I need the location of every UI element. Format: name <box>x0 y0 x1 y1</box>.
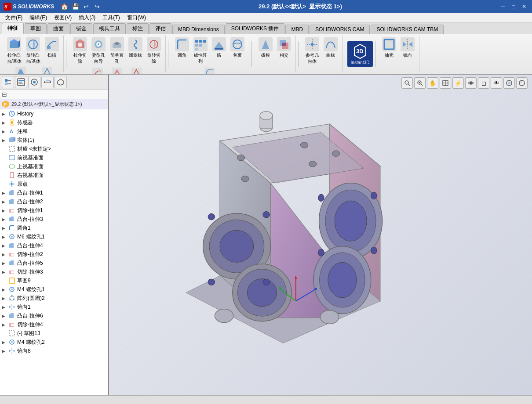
tree-item-sketch9[interactable]: 草图9 <box>0 276 108 285</box>
tree-item-sketch13[interactable]: (-) 草图13 <box>0 329 108 338</box>
tree-item-solid-bodies[interactable]: ▶ 实体(1) <box>0 136 108 144</box>
loft-cut-button[interactable]: 放样切割 <box>108 67 126 74</box>
tab-sheet-metal[interactable]: 钣金 <box>70 23 92 34</box>
menu-insert[interactable]: 插入(J) <box>75 13 99 22</box>
tree-item-front-plane[interactable]: 前视基准面 <box>0 153 108 162</box>
tree-item-boss-extrude1[interactable]: ▶ 凸台-拉伸1 <box>0 188 108 197</box>
menu-tools[interactable]: 工具(T) <box>99 13 123 22</box>
tree-root[interactable]: P 29.2 (默认<<默认>_显示状态 1>) <box>0 99 108 109</box>
helix-button[interactable]: 螺旋线 <box>127 36 144 59</box>
curves-button[interactable]: 曲线 <box>322 36 339 59</box>
tree-item-history[interactable]: ▶ History <box>0 109 108 118</box>
svg-marker-28 <box>215 42 223 48</box>
draft-icon <box>259 37 273 51</box>
tree-item-thread-hole-m6[interactable]: ▶ M6 螺纹孔1 <box>0 232 108 241</box>
tree-item-boss-extrude4[interactable]: ▶ 凸台-拉伸4 <box>0 241 108 250</box>
simple-hole-button[interactable]: 简单直孔 <box>108 36 126 65</box>
tab-mbd[interactable]: MBD <box>285 25 309 34</box>
tab-sketch[interactable]: 草图 <box>25 23 47 34</box>
tree-item-boss-extrude5[interactable]: ▶ 凸台-拉伸5 <box>0 259 108 267</box>
undo-button[interactable]: ↩ <box>81 2 91 11</box>
3d-model[interactable] <box>135 88 452 395</box>
draft-button[interactable]: 拔模 <box>257 36 274 59</box>
tree-item-sensors[interactable]: ▶ 传感器 <box>0 118 108 127</box>
tree-item-cut-extrude3[interactable]: ▶ 切除-拉伸3 <box>0 267 108 276</box>
tree-item-cut-extrude4[interactable]: ▶ 切除-拉伸4 <box>0 320 108 329</box>
extrude-cut-button[interactable]: 拉伸切除 <box>71 36 89 65</box>
dim-xpert-button[interactable]: dim <box>41 76 54 88</box>
tree-item-annotations[interactable]: ▶ A 注释 <box>0 127 108 136</box>
close-button[interactable]: ✕ <box>520 3 528 10</box>
hole-wizard-button[interactable]: 异型孔向导 <box>90 36 107 65</box>
view-orient-button[interactable] <box>440 77 451 89</box>
loft-button[interactable]: 放样凸台/基体 <box>7 66 35 74</box>
revolve-boss-button[interactable]: 旋转凸台/基体 <box>24 36 42 65</box>
redo-button[interactable]: ↪ <box>92 2 102 11</box>
tree-item-origin[interactable]: 原点 <box>0 180 108 188</box>
tab-evaluate[interactable]: 评估 <box>149 23 171 34</box>
tree-item-right-plane[interactable]: 右视基准面 <box>0 171 108 180</box>
linear-pattern-button[interactable]: 线性阵列 <box>192 36 209 65</box>
ref-geometry-button[interactable]: 参考几何体 <box>303 36 321 65</box>
svg-marker-88 <box>9 243 14 244</box>
intersect-button[interactable]: 相交 <box>275 36 293 59</box>
zoom-button[interactable] <box>414 77 426 89</box>
tree-item-boss-extrude2[interactable]: ▶ 凸台-拉伸2 <box>0 197 108 206</box>
tab-surface[interactable]: 曲面 <box>47 23 69 34</box>
wrap-button[interactable]: 包覆 <box>229 36 246 59</box>
view-focus-button[interactable]: 👁 <box>491 77 502 89</box>
tree-item-boss-extrude6[interactable]: ▶ 凸台-拉伸6 <box>0 311 108 320</box>
tree-item-mirror1[interactable]: ▶ 镜向1 <box>0 303 108 311</box>
tree-item-thread-hole-m4-2[interactable]: ▶ M4 螺纹孔2 <box>0 338 108 346</box>
menu-window[interactable]: 窗口(W) <box>124 13 149 22</box>
instant3d-button[interactable]: 3D Instant3D <box>347 41 373 67</box>
save-button[interactable]: 💾 <box>70 2 80 11</box>
minimize-button[interactable]: ─ <box>499 3 507 10</box>
appearance-button[interactable] <box>503 77 515 89</box>
viewport[interactable]: ✋ ⚡ ◻ 👁 <box>109 75 532 395</box>
tab-mold[interactable]: 模具工具 <box>93 23 126 34</box>
maximize-button[interactable]: □ <box>509 3 518 10</box>
tab-markup[interactable]: 标注 <box>127 23 149 34</box>
menu-view[interactable]: 视图(V) <box>51 13 75 22</box>
tab-features[interactable]: 特征 <box>2 23 24 34</box>
tree-item-cut-extrude1[interactable]: ▶ 切除-拉伸1 <box>0 206 108 215</box>
property-manager-button[interactable] <box>15 76 27 88</box>
display-manager-button[interactable] <box>55 76 67 88</box>
tree-item-circular-pattern2[interactable]: ▶ 阵列(圆周)2 <box>0 294 108 303</box>
tree-item-material[interactable]: 材质 <未指定> <box>0 144 108 153</box>
menu-edit[interactable]: 编辑(E) <box>26 13 51 22</box>
config-manager-button[interactable] <box>28 76 40 88</box>
tree-item-cut-extrude2[interactable]: ▶ 切除-拉伸2 <box>0 250 108 259</box>
tree-item-boss-extrude3[interactable]: ▶ 凸台-拉伸3 <box>0 215 108 224</box>
boundary-boss-button[interactable]: 边界凸/基体 <box>35 66 59 74</box>
tree-item-thread-hole-m4-1[interactable]: ▶ M4 螺纹孔1 <box>0 285 108 294</box>
fillet-button[interactable]: 圆角 <box>173 36 191 59</box>
menu-file[interactable]: 文件(F) <box>2 13 26 22</box>
tab-sw-cam-tbm[interactable]: SOLIDWORKS CAM TBM <box>371 25 444 34</box>
svg-rect-34 <box>282 43 286 46</box>
chamfer-button[interactable]: 倒角 <box>203 67 216 74</box>
extrude-boss-button[interactable]: 拉伸凸台/基体 <box>5 36 23 65</box>
revolve-cut-button[interactable]: 旋转切除 <box>145 36 163 65</box>
mirror-button[interactable]: 镜向 <box>399 36 416 59</box>
home-button[interactable]: 🏠 <box>59 2 69 11</box>
tree-item-fillet1[interactable]: ▶ 圆角1 <box>0 224 108 232</box>
tab-sw-cam[interactable]: SOLIDWORKS CAM <box>310 25 370 34</box>
display-style-button[interactable]: ⚡ <box>452 77 464 89</box>
tab-mbd-dim[interactable]: MBD Dimensions <box>172 25 225 34</box>
shell-button[interactable]: 抽壳 <box>380 36 398 59</box>
feature-tree-button[interactable] <box>2 76 14 88</box>
tab-sw-plugins[interactable]: SOLIDWORKS 插件 <box>226 23 285 34</box>
tree-item-mirror8[interactable]: ▶ 镜向8 <box>0 346 108 355</box>
rib-button[interactable]: 筋 <box>210 36 228 59</box>
section-view-button[interactable]: ◻ <box>478 77 489 89</box>
sweep-cut-button[interactable]: 扫描切除 <box>88 67 107 74</box>
previous-view-button[interactable]: ✋ <box>427 77 438 89</box>
tree-item-top-plane[interactable]: 上视基准面 <box>0 162 108 171</box>
hide-show-button[interactable] <box>465 77 477 89</box>
boundary-cut-button[interactable]: 边界切除 <box>127 67 146 74</box>
sweep-boss-button[interactable]: 扫描 <box>43 36 61 59</box>
realview-button[interactable] <box>516 77 528 89</box>
zoom-to-fit-button[interactable] <box>401 77 413 89</box>
